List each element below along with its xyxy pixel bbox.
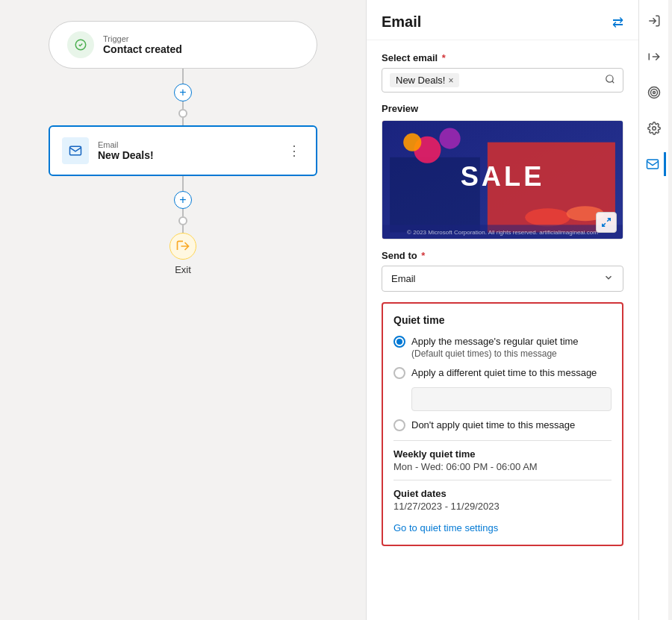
divider-1 [393,440,612,441]
exit-label: Exit [175,264,191,275]
preview-copyright: © 2023 Microsoft Corporation. All rights… [407,229,598,236]
radio-button-3[interactable] [393,419,405,431]
trigger-label: Trigger [103,34,182,43]
panel-link-icon[interactable]: ⇄ [612,14,623,31]
email-node-icon [62,137,89,164]
add-step-button-2[interactable]: + [174,191,192,209]
quiet-time-option-3-text: Don't apply quiet time to this message [411,419,575,432]
svg-point-15 [653,92,655,94]
trigger-icon [67,31,94,58]
email-node-menu-button[interactable]: ⋮ [284,140,304,162]
sidebar-settings-icon[interactable] [642,116,666,140]
sidebar-target-icon[interactable] [642,81,666,104]
sale-image-bg: SALE © 2023 Microsoft Corporation. All r… [382,121,623,239]
panel-title: Email [382,13,421,31]
line-6 [182,225,184,233]
preview-expand-button[interactable] [596,212,617,233]
email-node[interactable]: Email New Deals! ⋮ [49,125,317,176]
trigger-title: Contact created [103,43,182,55]
select-email-field[interactable]: New Deals! × [382,68,623,93]
quiet-time-title: Quiet time [393,314,612,326]
quiet-dates-label: Quiet dates [393,488,612,499]
add-step-button-1[interactable]: + [174,84,192,101]
quiet-dates-value: 11/27/2023 - 11/29/2023 [393,501,612,512]
search-svg [605,74,615,84]
panel-header: Email ⇄ [367,0,638,40]
canvas-area: Trigger Contact created + Email New Deal… [0,0,366,620]
trigger-text-block: Trigger Contact created [103,34,182,55]
radio-button-2[interactable] [393,367,405,379]
email-node-title: New Deals! [98,149,276,161]
expand-svg [601,217,612,228]
quiet-time-option-2-text: Apply a different quiet time to this mes… [411,366,597,380]
right-panel: Email ⇄ Select email * New Deals! × Prev… [366,0,638,620]
radio-button-1[interactable] [393,336,405,348]
connector-1: + [174,69,192,125]
quiet-time-option-1-text: Apply the message's regular quiet time [411,335,579,348]
select-email-label: Select email * [382,52,623,63]
exit-svg-icon [175,239,190,254]
required-star-1: * [439,52,446,63]
email-tag[interactable]: New Deals! × [390,73,459,87]
line-5 [182,209,184,216]
different-quiet-time-input [411,387,612,411]
go-to-quiet-time-link[interactable]: Go to quiet time settings [393,522,498,533]
quiet-time-option-1[interactable]: Apply the message's regular quiet time (… [393,335,612,359]
quiet-time-option-1-subtext: (Default quiet times) to this message [411,348,579,359]
trigger-svg-icon [74,38,87,51]
preview-image: SALE © 2023 Microsoft Corporation. All r… [382,120,623,239]
quiet-dates-block: Quiet dates 11/27/2023 - 11/29/2023 [393,488,612,512]
connector-2: + [174,176,192,233]
trigger-node: Trigger Contact created [49,21,317,69]
sale-svg-image: SALE [382,121,623,239]
weekly-quiet-time-label: Weekly quiet time [393,448,612,460]
svg-point-10 [525,208,570,226]
email-node-text: Email New Deals! [98,140,276,161]
svg-rect-17 [647,160,659,169]
connector-dot-1 [178,109,187,118]
line-1 [182,69,184,84]
divider-2 [393,480,612,480]
line-4 [182,176,184,191]
weekly-quiet-time-value: Mon - Wed: 06:00 PM - 06:00 AM [393,461,612,472]
quiet-time-section: Quiet time Apply the message's regular q… [382,302,623,546]
svg-point-14 [650,90,657,96]
email-tag-close-button[interactable]: × [448,75,453,86]
send-to-dropdown-icon [603,272,614,285]
right-sidebar [638,0,668,620]
required-star-2: * [419,250,426,261]
svg-point-9 [403,134,421,151]
exit-block: Exit [169,233,196,275]
svg-point-8 [439,128,460,149]
svg-point-2 [606,75,613,82]
connector-dot-2 [178,216,187,225]
quiet-time-option-2[interactable]: Apply a different quiet time to this mes… [393,366,612,380]
weekly-quiet-time-block: Weekly quiet time Mon - Wed: 06:00 PM - … [393,448,612,472]
chevron-down-icon [603,272,614,283]
svg-point-16 [652,127,656,131]
email-tag-text: New Deals! [396,75,445,86]
send-to-value: Email [391,273,416,284]
email-node-label: Email [98,140,276,149]
panel-content: Select email * New Deals! × Preview [367,40,638,620]
sidebar-share-icon[interactable] [642,45,666,69]
quiet-time-option-3[interactable]: Don't apply quiet time to this message [393,419,612,432]
exit-icon [169,233,196,260]
send-to-label: Send to * [382,250,623,261]
sidebar-email-icon[interactable] [642,152,666,176]
search-icon[interactable] [605,74,615,87]
line-2 [182,101,184,109]
email-svg-icon [68,143,83,158]
send-to-dropdown[interactable]: Email [382,266,623,292]
svg-text:SALE: SALE [461,161,545,192]
preview-label: Preview [382,103,623,114]
sidebar-login-icon[interactable] [642,9,666,33]
line-3 [182,118,184,125]
